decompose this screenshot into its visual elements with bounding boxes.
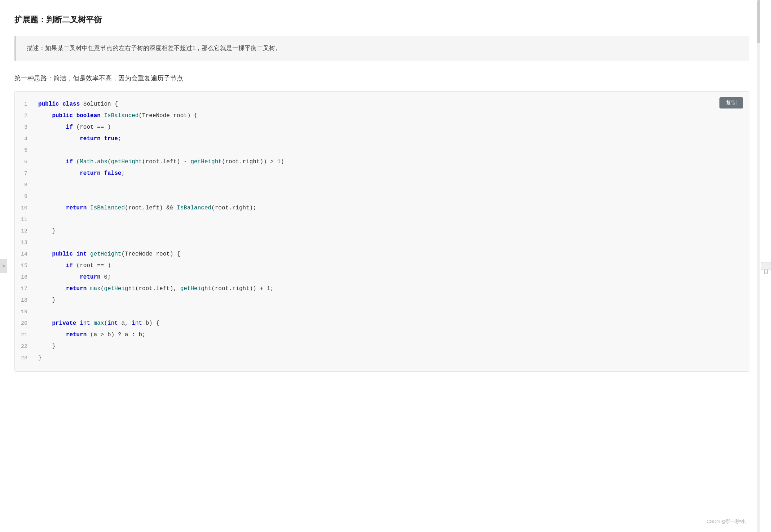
left-arrow-icon: ×	[2, 263, 5, 269]
table-row: 15 if (root == )	[15, 260, 749, 272]
code-line: }	[35, 353, 749, 364]
code-container: 复制 1public class Solution {2 public bool…	[14, 91, 749, 372]
code-line: private int max(int a, int b) {	[35, 318, 749, 329]
code-table: 1public class Solution {2 public boolean…	[15, 99, 749, 364]
code-line: return true;	[35, 133, 749, 145]
table-row: 20 private int max(int a, int b) {	[15, 318, 749, 329]
line-number: 5	[15, 145, 35, 156]
code-line: return false;	[35, 168, 749, 179]
code-line	[35, 237, 749, 249]
line-number: 13	[15, 237, 35, 249]
line-number: 7	[15, 168, 35, 179]
code-line: public int getHeight(TreeNode root) {	[35, 249, 749, 260]
page-title: 扩展题：判断二叉树平衡	[14, 14, 749, 25]
code-line	[35, 191, 749, 203]
table-row: 16 return 0;	[15, 272, 749, 283]
scrollbar-track	[757, 0, 760, 532]
copy-button[interactable]: 复制	[719, 97, 743, 108]
scrollbar-thumb[interactable]	[757, 0, 760, 43]
table-row: 7 return false;	[15, 168, 749, 179]
description-box: 描述：如果某二叉树中任意节点的左右子树的深度相差不超过1，那么它就是一棵平衡二叉…	[14, 36, 749, 61]
line-number: 6	[15, 156, 35, 168]
code-line	[35, 214, 749, 226]
sidebar-toc-button[interactable]: 目	[761, 262, 771, 270]
line-number: 18	[15, 295, 35, 306]
line-number: 23	[15, 353, 35, 364]
table-row: 1public class Solution {	[15, 99, 749, 110]
table-row: 6 if (Math.abs(getHeight(root.left) - ge…	[15, 156, 749, 168]
line-number: 15	[15, 260, 35, 272]
code-line: }	[35, 295, 749, 306]
line-number: 14	[15, 249, 35, 260]
line-number: 11	[15, 214, 35, 226]
code-line: }	[35, 341, 749, 353]
code-line: return IsBalanced(root.left) && IsBalanc…	[35, 203, 749, 214]
table-row: 19	[15, 306, 749, 318]
line-number: 4	[15, 133, 35, 145]
code-line: public class Solution {	[35, 99, 749, 110]
line-number: 1	[15, 99, 35, 110]
table-row: 21 return (a > b) ? a : b;	[15, 329, 749, 341]
table-row: 22 }	[15, 341, 749, 353]
table-row: 18 }	[15, 295, 749, 306]
code-line: return 0;	[35, 272, 749, 283]
code-line: public boolean IsBalanced(TreeNode root)…	[35, 110, 749, 122]
line-number: 16	[15, 272, 35, 283]
table-row: 14 public int getHeight(TreeNode root) {	[15, 249, 749, 260]
line-number: 10	[15, 203, 35, 214]
line-number: 9	[15, 191, 35, 203]
left-arrow-indicator[interactable]: ×	[0, 259, 7, 273]
footer-watermark: CSDN @那一秒钟。	[706, 518, 749, 525]
line-number: 17	[15, 283, 35, 295]
table-row: 3 if (root == )	[15, 122, 749, 133]
code-line: }	[35, 226, 749, 237]
table-row: 13	[15, 237, 749, 249]
table-row: 9	[15, 191, 749, 203]
code-line	[35, 306, 749, 318]
line-number: 12	[15, 226, 35, 237]
line-number: 22	[15, 341, 35, 353]
table-row: 10 return IsBalanced(root.left) && IsBal…	[15, 203, 749, 214]
code-line	[35, 179, 749, 191]
table-row: 2 public boolean IsBalanced(TreeNode roo…	[15, 110, 749, 122]
table-row: 4 return true;	[15, 133, 749, 145]
code-line: return (a > b) ? a : b;	[35, 329, 749, 341]
table-row: 5	[15, 145, 749, 156]
line-number: 8	[15, 179, 35, 191]
line-number: 20	[15, 318, 35, 329]
table-row: 8	[15, 179, 749, 191]
line-number: 3	[15, 122, 35, 133]
table-row: 11	[15, 214, 749, 226]
description-text: 描述：如果某二叉树中任意节点的左右子树的深度相差不超过1，那么它就是一棵平衡二叉…	[27, 45, 281, 52]
line-number: 2	[15, 110, 35, 122]
code-line: return max(getHeight(root.left), getHeig…	[35, 283, 749, 295]
table-row: 17 return max(getHeight(root.left), getH…	[15, 283, 749, 295]
line-number: 19	[15, 306, 35, 318]
section1-title: 第一种思路：简洁，但是效率不高，因为会重复遍历子节点	[14, 74, 749, 83]
page-container: 扩展题：判断二叉树平衡 描述：如果某二叉树中任意节点的左右子树的深度相差不超过1…	[0, 0, 771, 386]
code-line: if (root == )	[35, 122, 749, 133]
code-line: if (Math.abs(getHeight(root.left) - getH…	[35, 156, 749, 168]
table-row: 23}	[15, 353, 749, 364]
code-line	[35, 145, 749, 156]
line-number: 21	[15, 329, 35, 341]
table-row: 12 }	[15, 226, 749, 237]
code-line: if (root == )	[35, 260, 749, 272]
